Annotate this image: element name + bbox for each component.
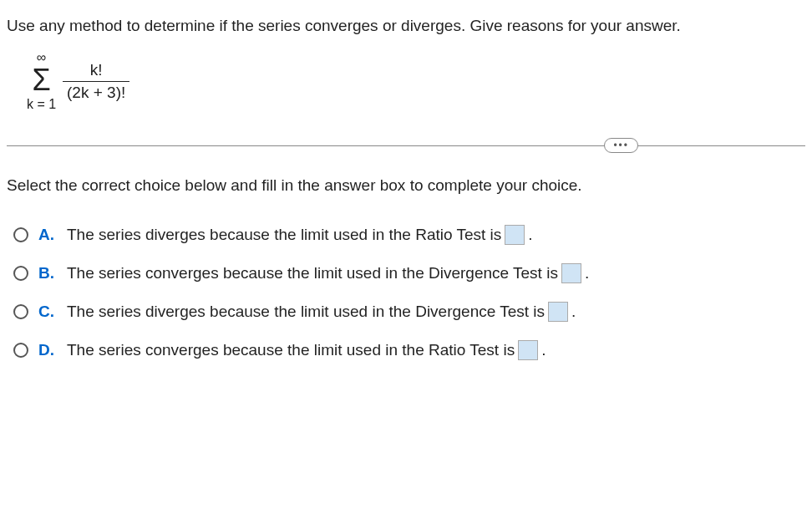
- choice-c: C. The series diverges because the limit…: [13, 302, 805, 322]
- choice-text-c: The series diverges because the limit us…: [67, 302, 576, 322]
- choice-a-after: .: [528, 226, 532, 244]
- choice-b: B. The series converges because the limi…: [13, 263, 805, 283]
- choice-letter-b: B.: [38, 264, 55, 282]
- sigma-block: ∞ Σ k = 1: [27, 50, 56, 112]
- more-icon[interactable]: •••: [604, 138, 638, 153]
- answer-input-b[interactable]: [561, 263, 581, 283]
- answer-choices: A. The series diverges because the limit…: [7, 225, 805, 360]
- choice-letter-d: D.: [38, 341, 55, 359]
- numerator: k!: [90, 61, 103, 81]
- choice-letter-c: C.: [38, 303, 55, 321]
- section-divider: •••: [7, 145, 805, 146]
- choice-text-d: The series converges because the limit u…: [67, 340, 546, 360]
- answer-input-d[interactable]: [518, 340, 538, 360]
- choice-d: D. The series converges because the limi…: [13, 340, 805, 360]
- question-prompt: Use any method to determine if the serie…: [7, 17, 805, 35]
- choice-b-before: The series converges because the limit u…: [67, 264, 558, 282]
- choice-letter-a: A.: [38, 226, 55, 244]
- choice-text-b: The series converges because the limit u…: [67, 263, 589, 283]
- radio-b[interactable]: [13, 266, 28, 281]
- choice-c-before: The series diverges because the limit us…: [67, 303, 545, 321]
- choice-b-after: .: [585, 264, 589, 282]
- answer-input-a[interactable]: [505, 225, 525, 245]
- radio-a[interactable]: [13, 227, 28, 242]
- sigma-lower-bound: k = 1: [27, 97, 56, 112]
- choice-a: A. The series diverges because the limit…: [13, 225, 805, 245]
- choice-d-after: .: [541, 341, 546, 359]
- sigma-symbol: Σ: [32, 65, 50, 95]
- choice-text-a: The series diverges because the limit us…: [67, 225, 533, 245]
- choice-d-before: The series converges because the limit u…: [67, 341, 515, 359]
- choice-c-after: .: [571, 303, 576, 321]
- fraction: k! (2k + 3)!: [63, 61, 129, 102]
- denominator: (2k + 3)!: [67, 82, 125, 102]
- horizontal-rule: [7, 145, 805, 146]
- radio-d[interactable]: [13, 343, 28, 358]
- choice-a-before: The series diverges because the limit us…: [67, 226, 501, 244]
- instruction-text: Select the correct choice below and fill…: [7, 176, 805, 195]
- series-formula: ∞ Σ k = 1 k! (2k + 3)!: [27, 50, 805, 112]
- answer-input-c[interactable]: [548, 302, 568, 322]
- radio-c[interactable]: [13, 304, 28, 319]
